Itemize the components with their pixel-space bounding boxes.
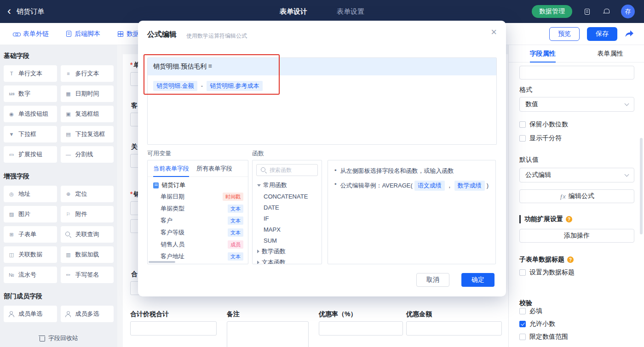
canvas-field-input[interactable] [406, 321, 502, 336]
field-item-dropdown[interactable]: ▼下拉框 [4, 126, 57, 142]
field-item-extend-button[interactable]: ▭扩展按钮 [4, 146, 57, 163]
canvas-field-textarea[interactable] [227, 321, 309, 347]
linked-data-icon: ◫ [8, 252, 15, 258]
field-item-address[interactable]: ◎地址 [4, 186, 57, 202]
canvas-field-input[interactable] [130, 321, 217, 336]
field-item-checkbox-group[interactable]: ▣复选框组 [61, 106, 114, 122]
checkbox-label: 保留小数位数 [529, 120, 568, 129]
field-item-single-line-text[interactable]: T单行文本 [4, 65, 57, 82]
formula-target-line: 销货明细.预估毛利 = [148, 58, 496, 75]
function-group-common[interactable]: 常用函数 [253, 180, 322, 191]
field-item-subform[interactable]: ⊞子表单 [4, 226, 57, 243]
variable-name: 单据类型 [161, 205, 184, 213]
formula-token-left[interactable]: 销货明细.金额 [153, 81, 197, 91]
checkbox-allow-decimal[interactable]: 允许小数 [519, 320, 555, 328]
field-item-member-multi[interactable]: 成员多选 [61, 306, 114, 322]
field-item-number[interactable]: 123数字 [4, 85, 57, 102]
formula-editor[interactable]: 销货明细.预估毛利 = 销货明细.金额 - 销货明细.参考成本 [147, 57, 497, 145]
ok-button[interactable]: 确定 [461, 273, 494, 287]
add-action-button[interactable]: 添加操作 [519, 229, 634, 243]
field-item-label: 数字 [18, 90, 30, 98]
function-search[interactable] [256, 164, 318, 176]
field-item-location[interactable]: ⊕定位 [61, 186, 114, 202]
app-icon[interactable] [582, 7, 592, 16]
tab-form-properties[interactable]: 表单属性 [576, 45, 644, 62]
function-search-input[interactable] [270, 167, 312, 173]
multi-line-text-icon: ≡ [65, 71, 72, 76]
functions-label: 函数 [252, 149, 264, 158]
variable-row[interactable]: 客户等级 文本 [148, 227, 248, 239]
field-title-input[interactable] [519, 66, 634, 80]
function-group-math[interactable]: 数学函数 [253, 246, 322, 257]
variable-name: 单据日期 [161, 193, 184, 201]
checkbox-limit-range[interactable]: 限定数值范围 [519, 333, 568, 341]
preview-button[interactable]: 预览 [549, 27, 580, 41]
checkbox-set-data-title[interactable]: 设置为数据标题 [519, 268, 575, 277]
function-item-date[interactable]: DATE [253, 202, 322, 213]
panel-scrollbar[interactable] [640, 138, 643, 234]
checkbox-thousands-separator[interactable]: 显示千分符 [519, 134, 562, 142]
avatar[interactable]: 存 [621, 5, 635, 18]
share-icon[interactable] [625, 30, 634, 38]
field-item-label: 地址 [18, 190, 30, 198]
fx-icon: ƒx [559, 193, 566, 200]
data-manage-button[interactable]: 数据管理 [532, 5, 572, 18]
field-item-attachment[interactable]: ⚐附件 [61, 206, 114, 222]
field-item-divider[interactable]: —分割线 [61, 146, 114, 163]
header-left: ‹ 销货订单 [0, 7, 44, 17]
extension-title: 功能扩展设置 [524, 215, 563, 223]
checkbox-keep-decimals[interactable]: 保留小数位数 [519, 120, 568, 129]
tab-field-properties[interactable]: 字段属性 [509, 45, 576, 62]
field-item-datetime[interactable]: ▦日期时间 [61, 85, 114, 102]
recycle-bin[interactable]: 字段回收站 [0, 334, 117, 342]
field-item-signature[interactable]: ✏手写签名 [61, 267, 114, 283]
canvas-field-input[interactable] [319, 321, 403, 336]
field-item-serial-number[interactable]: №流水号 [4, 267, 57, 283]
attachment-icon: ⚐ [65, 211, 72, 217]
close-icon[interactable]: × [491, 27, 497, 37]
default-value-select[interactable]: 公式编辑 [519, 168, 634, 182]
notification-icon[interactable] [602, 7, 611, 16]
variable-row[interactable]: 客户 文本 [148, 215, 248, 227]
tab-all-form-fields[interactable]: 所有表单字段 [196, 160, 232, 177]
subform-icon: ⊞ [8, 232, 15, 238]
help-icon[interactable]: ? [566, 216, 572, 222]
variable-row[interactable]: 单据类型 文本 [148, 203, 248, 215]
tab-form-settings[interactable]: 表单设置 [337, 7, 364, 16]
variable-row[interactable]: 单据日期 时间戳 [148, 191, 248, 203]
field-item-member-single[interactable]: 成员单选 [4, 306, 57, 322]
form-external-link[interactable]: 表单外链 [13, 30, 49, 38]
checkbox-required[interactable]: 必填 [519, 307, 542, 315]
tab-current-form-fields[interactable]: 当前表单字段 [153, 160, 189, 177]
script-icon [66, 31, 71, 37]
format-select[interactable]: 数值 [519, 97, 634, 112]
function-item-if[interactable]: IF [253, 213, 322, 224]
cancel-button[interactable]: 取消 [416, 273, 449, 287]
tab-form-design[interactable]: 表单设计 [280, 7, 307, 16]
field-item-linked-data[interactable]: ◫关联数据 [4, 246, 57, 263]
edit-formula-button[interactable]: ƒx 编辑公式 [519, 189, 634, 203]
field-item-image[interactable]: ▨图片 [4, 206, 57, 222]
function-group-text[interactable]: 文本函数 [253, 257, 322, 264]
canvas-field-total: 合计价税合计 [130, 310, 217, 336]
help-icon[interactable]: ? [567, 256, 574, 263]
member-multi-icon [65, 311, 72, 317]
field-item-radio-group[interactable]: ◉单选按钮组 [4, 106, 57, 122]
trash-icon [39, 335, 45, 341]
field-item-data-load[interactable]: ▥数据加载 [61, 246, 114, 263]
form-tree-node[interactable]: 销货订单 [148, 177, 248, 191]
function-item-concatenate[interactable]: CONCATENATE [253, 191, 322, 202]
back-icon[interactable]: ‹ [7, 6, 11, 17]
canvas-field-discount-amount: 优惠金额 [406, 310, 502, 336]
horizontal-scrollbar[interactable] [149, 261, 175, 263]
backend-script-link[interactable]: 后端脚本 [66, 30, 100, 38]
field-item-label: 定位 [75, 190, 87, 198]
field-item-linked-query[interactable]: 关联查询 [61, 226, 114, 243]
function-item-sum[interactable]: SUM [253, 235, 322, 246]
formula-token-right[interactable]: 销货明细.参考成本 [207, 81, 263, 91]
save-button[interactable]: 保存 [587, 27, 617, 41]
variable-row[interactable]: 销售人员 成员 [148, 239, 248, 250]
function-item-mapx[interactable]: MAPX [253, 224, 322, 235]
field-item-dropdown-multi[interactable]: ▤下拉复选框 [61, 126, 114, 142]
field-item-multi-line-text[interactable]: ≡多行文本 [61, 65, 114, 82]
